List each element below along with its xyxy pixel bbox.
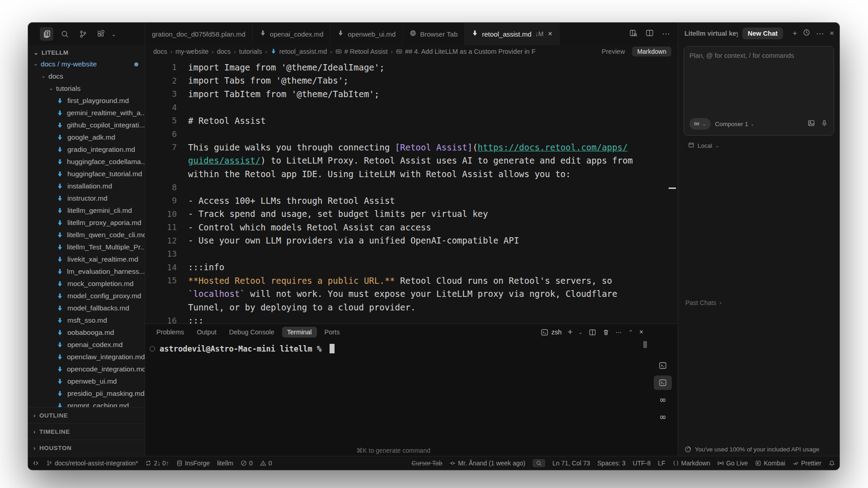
- tab-openai-codex-md[interactable]: openai_codex.md: [253, 23, 330, 45]
- tree-item[interactable]: model_config_proxy.md: [28, 290, 145, 302]
- status-item-docs-retool-assist-integration-[interactable]: docs/retool-assist-integration*: [46, 460, 138, 467]
- terminal-session-infinity[interactable]: ∞: [654, 410, 672, 424]
- tree-item[interactable]: gemini_realtime_with_a...: [28, 107, 145, 119]
- terminal-tab-problems[interactable]: Problems: [151, 327, 189, 338]
- tree-item[interactable]: openai_codex.md: [28, 339, 145, 351]
- activity-extensions-button[interactable]: [94, 27, 108, 41]
- status-item-0[interactable]: 0: [260, 460, 272, 467]
- status-item-spaces-3[interactable]: Spaces: 3: [597, 460, 625, 467]
- tab-retool-assist-md[interactable]: retool_assist.md↓M×: [465, 23, 559, 45]
- breadcrumb-item[interactable]: docs: [153, 48, 167, 55]
- tree-item[interactable]: msft_sso.md: [28, 314, 145, 327]
- status-item-0[interactable]: 0: [241, 460, 253, 467]
- tree-item[interactable]: litellm_Test_Multiple_Pr...: [28, 241, 145, 253]
- terminal-tab-terminal[interactable]: Terminal: [282, 327, 317, 338]
- split-terminal-icon[interactable]: [589, 328, 596, 336]
- new-terminal-icon[interactable]: +: [567, 327, 572, 337]
- status-item[interactable]: [533, 459, 545, 467]
- tree-item[interactable]: ⌄docs / my-website: [28, 58, 145, 70]
- tree-item[interactable]: presidio_pii_masking.md: [28, 388, 145, 400]
- breadcrumb-item[interactable]: ## 4. Add LiteLLM as a Custom Provider i…: [396, 48, 536, 55]
- tree-item[interactable]: huggingface_codellama...: [28, 156, 145, 168]
- kill-terminal-icon[interactable]: [602, 328, 610, 336]
- activity-search-button[interactable]: [58, 27, 71, 41]
- breadcrumb-item[interactable]: my-website: [175, 48, 208, 55]
- tree-item[interactable]: lm_evaluation_harness...: [28, 266, 145, 278]
- tree-item[interactable]: github_copilot_integrati...: [28, 119, 145, 131]
- status-item[interactable]: [829, 460, 835, 466]
- terminal-session-infinity[interactable]: ∞: [654, 393, 672, 407]
- activity-files-button[interactable]: [40, 27, 53, 41]
- status-item-go-live[interactable]: Go Live: [717, 460, 748, 467]
- chat-input[interactable]: Plan, @ for context, / for commands: [689, 52, 828, 59]
- image-icon[interactable]: [807, 119, 815, 129]
- breadcrumb-item[interactable]: tutorials: [239, 48, 262, 55]
- tree-item[interactable]: mock_completion.md: [28, 278, 145, 290]
- tree-item[interactable]: litellm_proxy_aporia.md: [28, 217, 145, 229]
- tree-item[interactable]: gradio_integration.md: [28, 144, 145, 156]
- breadcrumb-item[interactable]: retool_assist.md: [270, 48, 327, 55]
- status-item-mr-nand-1-week-ago-[interactable]: Mr. Ånand (1 week ago): [449, 460, 525, 467]
- tree-item[interactable]: opencode_integration.md: [28, 363, 145, 375]
- tree-item[interactable]: litellm_gemini_cli.md: [28, 205, 145, 217]
- history-icon[interactable]: [803, 29, 810, 38]
- tab-openweb-ui-md[interactable]: openweb_ui.md: [330, 23, 403, 45]
- tree-item[interactable]: ⌄tutorials: [28, 83, 145, 95]
- tree-item[interactable]: ⌄docs: [28, 70, 145, 83]
- markdown-mode-button[interactable]: Markdown: [632, 47, 671, 56]
- tree-item[interactable]: oobabooga.md: [28, 327, 145, 339]
- chat-more-icon[interactable]: ⋯: [816, 29, 824, 38]
- terminal-tab-output[interactable]: Output: [192, 327, 222, 338]
- split-editor-icon[interactable]: [646, 29, 654, 39]
- explorer-root[interactable]: ⌄ LITELLM: [28, 47, 145, 58]
- status-item-cursor-tab[interactable]: Cursor Tab: [411, 460, 442, 467]
- terminal-session-term[interactable]: [654, 375, 672, 390]
- new-chat-plus-icon[interactable]: +: [793, 29, 797, 38]
- status-item-prettier[interactable]: Prettier: [793, 460, 821, 467]
- status-item-lf[interactable]: LF: [658, 460, 665, 467]
- sidebar-section-timeline[interactable]: ›TIMELINE: [28, 423, 145, 440]
- more-actions-icon[interactable]: ⋯: [662, 29, 670, 39]
- breadcrumb-item[interactable]: # Retool Assist: [335, 48, 388, 55]
- terminal-body[interactable]: astrodevil@Astro-Mac-mini litellm % ⌘K t…: [145, 340, 678, 456]
- maximize-panel-icon[interactable]: ⌃: [628, 329, 633, 336]
- breadcrumb-item[interactable]: docs: [217, 48, 231, 55]
- preview-button[interactable]: Preview: [602, 48, 625, 55]
- chat-tab-inactive[interactable]: Litellm virtual key: [684, 30, 738, 37]
- terminal-dropdown-icon[interactable]: ⌄: [579, 329, 583, 335]
- tree-item[interactable]: livekit_xai_realtime.md: [28, 253, 145, 266]
- status-item-kombai[interactable]: Kombai: [755, 460, 785, 467]
- status-item-utf-8[interactable]: UTF-8: [633, 460, 651, 467]
- tree-item[interactable]: first_playground.md: [28, 95, 145, 107]
- chat-close-icon[interactable]: ×: [830, 29, 834, 38]
- tree-item[interactable]: litellm_qwen_code_cli.md: [28, 229, 145, 241]
- status-item-markdown[interactable]: Markdown: [673, 460, 711, 467]
- model-mode-pill[interactable]: ∞ ⌄: [689, 118, 711, 130]
- tree-item[interactable]: installation.md: [28, 180, 145, 192]
- open-preview-icon[interactable]: [629, 29, 637, 39]
- tree-item[interactable]: google_adk.md: [28, 131, 145, 144]
- composer-selector[interactable]: Composer 1 ⌄: [715, 121, 755, 127]
- tree-item[interactable]: instructor.md: [28, 192, 145, 205]
- tab-browser-tab[interactable]: Browser Tab: [403, 23, 465, 45]
- tree-item[interactable]: openclaw_integration.md: [28, 351, 145, 363]
- code-editor[interactable]: 1import Image from '@theme/IdealImage';2…: [145, 58, 678, 324]
- terminal-session-term[interactable]: [654, 358, 672, 373]
- terminal-scrollbar[interactable]: [643, 341, 647, 348]
- close-icon[interactable]: ×: [548, 30, 552, 38]
- close-panel-icon[interactable]: ×: [639, 328, 643, 336]
- mic-icon[interactable]: [821, 119, 828, 129]
- tab-gration-doc-d075fd58-plan-md[interactable]: gration_doc_d075fd58.plan.md: [145, 23, 253, 45]
- tree-item[interactable]: huggingface_tutorial.md: [28, 168, 145, 180]
- status-item-2-0-[interactable]: 2↓ 0↑: [145, 460, 169, 467]
- terminal-more-icon[interactable]: ⋯: [616, 328, 623, 336]
- status-item-litellm[interactable]: litellm: [217, 460, 233, 467]
- sidebar-section-houston[interactable]: ›HOUSTON: [28, 440, 145, 456]
- activity-more-icon[interactable]: ⌄: [111, 31, 116, 38]
- local-selector[interactable]: Local ⌄: [688, 142, 840, 150]
- tree-item[interactable]: model_fallbacks.md: [28, 302, 145, 314]
- status-item-ln-71-col-73[interactable]: Ln 71, Col 73: [552, 460, 590, 467]
- status-item[interactable]: [33, 460, 39, 466]
- sidebar-section-outline[interactable]: ›OUTLINE: [28, 407, 145, 423]
- status-item-insforge[interactable]: InsForge: [176, 460, 210, 467]
